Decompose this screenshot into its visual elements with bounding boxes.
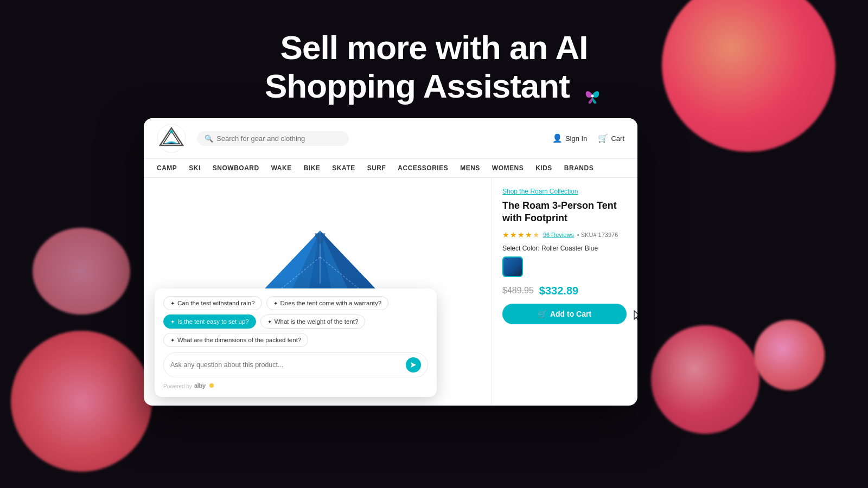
star-2: ★ xyxy=(510,230,517,239)
star-5: ★ xyxy=(533,230,540,239)
suggestion-icon-3: ✦ xyxy=(267,319,272,325)
cart-label: Cart xyxy=(611,134,624,143)
chat-input[interactable] xyxy=(170,361,401,369)
color-swatch[interactable] xyxy=(502,256,523,277)
star-4: ★ xyxy=(525,230,532,239)
hero-line2-text: Shopping Assistant xyxy=(265,67,570,105)
nav-item-bike[interactable]: BIKE xyxy=(304,159,321,177)
hero-line1: Sell more with an AI xyxy=(280,29,588,66)
chat-suggestions: ✦Can the test withstand rain?✦Does the t… xyxy=(163,296,428,347)
color-swatch-inner xyxy=(503,258,522,276)
hero-section: Sell more with an AI Shopping Assistant xyxy=(265,28,603,106)
search-bar[interactable]: 🔍 xyxy=(197,131,349,146)
suggestion-btn-4[interactable]: ✦What are the dimensions of the packed t… xyxy=(163,333,308,347)
send-button[interactable] xyxy=(406,357,421,373)
star-3: ★ xyxy=(518,230,525,239)
header-right: 👤 Sign In 🛒 Cart xyxy=(552,133,624,143)
star-1: ★ xyxy=(502,230,509,239)
suggestion-icon-4: ✦ xyxy=(170,337,175,343)
price-original: $489.95 xyxy=(502,286,534,296)
nav-item-brands[interactable]: BRANDS xyxy=(564,159,593,177)
product-info: Shop the Roam Collection The Roam 3-Pers… xyxy=(491,178,637,406)
nav-item-camp[interactable]: CAMP xyxy=(157,159,177,177)
sign-in-label: Sign In xyxy=(565,134,587,143)
nav-item-ski[interactable]: SKI xyxy=(189,159,201,177)
cart-button[interactable]: 🛒 Cart xyxy=(598,133,624,143)
store-logo xyxy=(157,124,186,153)
decoration-blob-mid-left xyxy=(33,228,130,314)
product-title: The Roam 3-Person Tent with Footprint xyxy=(502,200,627,225)
rating-row: ★ ★ ★ ★ ★ 96 Reviews • SKU# 173976 xyxy=(502,230,627,239)
nav-item-mens[interactable]: MENS xyxy=(460,159,480,177)
reviews-link[interactable]: 96 Reviews xyxy=(543,232,574,238)
store-header: 🔍 👤 Sign In 🛒 Cart xyxy=(144,118,637,159)
nav-item-womens[interactable]: WOMENS xyxy=(492,159,524,177)
suggestion-btn-0[interactable]: ✦Can the test withstand rain? xyxy=(163,296,262,310)
svg-text:alby: alby xyxy=(194,382,206,389)
search-icon: 🔍 xyxy=(205,134,213,143)
send-icon xyxy=(410,361,417,369)
decoration-blob-bottom-left xyxy=(11,331,152,472)
sku-text: • SKU# 173976 xyxy=(577,232,618,238)
nav-item-kids[interactable]: KIDS xyxy=(535,159,552,177)
nav-item-accessories[interactable]: ACCESSORIES xyxy=(398,159,448,177)
nav-item-skate[interactable]: SKATE xyxy=(332,159,355,177)
star-rating: ★ ★ ★ ★ ★ xyxy=(502,230,540,239)
user-icon: 👤 xyxy=(552,133,563,143)
powered-by-text: Powered by xyxy=(163,383,192,389)
suggestion-icon-0: ✦ xyxy=(170,300,175,306)
sign-in-button[interactable]: 👤 Sign In xyxy=(552,133,587,143)
color-label: Select Color: Roller Coaster Blue xyxy=(502,245,627,252)
suggestion-icon-2: ✦ xyxy=(170,319,175,325)
powered-by: Powered by alby xyxy=(163,382,428,390)
nav-item-snowboard[interactable]: SNOWBOARD xyxy=(213,159,259,177)
svg-point-4 xyxy=(170,130,173,133)
cart-btn-icon: 🛒 xyxy=(538,310,547,318)
svg-point-0 xyxy=(591,94,594,97)
alby-logo: alby xyxy=(194,382,214,390)
hero-line2: Shopping Assistant xyxy=(265,67,603,105)
nav-item-wake[interactable]: WAKE xyxy=(271,159,292,177)
add-to-cart-label: Add to Cart xyxy=(550,310,591,318)
suggestion-btn-3[interactable]: ✦What is the weight of the tent? xyxy=(260,314,366,329)
price-row: $489.95 $332.89 xyxy=(502,285,627,297)
cart-icon: 🛒 xyxy=(598,133,608,143)
suggestion-btn-2[interactable]: ✦Is the tent easy to set up? xyxy=(163,314,256,329)
price-sale: $332.89 xyxy=(539,285,578,297)
ai-chat-overlay: ✦Can the test withstand rain?✦Does the t… xyxy=(155,288,437,397)
chat-input-row xyxy=(163,352,428,377)
suggestion-icon-1: ✦ xyxy=(273,300,278,306)
collection-link[interactable]: Shop the Roam Collection xyxy=(502,188,627,195)
decoration-blob-bottom-right-2 xyxy=(754,320,825,390)
ai-butterfly-icon xyxy=(582,76,603,98)
browser-window: 🔍 👤 Sign In 🛒 Cart CAMPSKISNOWBOARDWAKEB… xyxy=(144,118,637,406)
decoration-blob-bottom-right-1 xyxy=(651,325,760,434)
nav-item-surf[interactable]: SURF xyxy=(367,159,386,177)
decoration-blob-top-right xyxy=(662,0,835,152)
svg-point-20 xyxy=(209,383,214,388)
add-to-cart-button[interactable]: 🛒 Add to Cart xyxy=(502,304,627,324)
store-nav: CAMPSKISNOWBOARDWAKEBIKESKATESURFACCESSO… xyxy=(144,159,637,178)
suggestion-btn-1[interactable]: ✦Does the tent come with a warranty? xyxy=(266,296,389,310)
search-input[interactable] xyxy=(216,134,341,143)
